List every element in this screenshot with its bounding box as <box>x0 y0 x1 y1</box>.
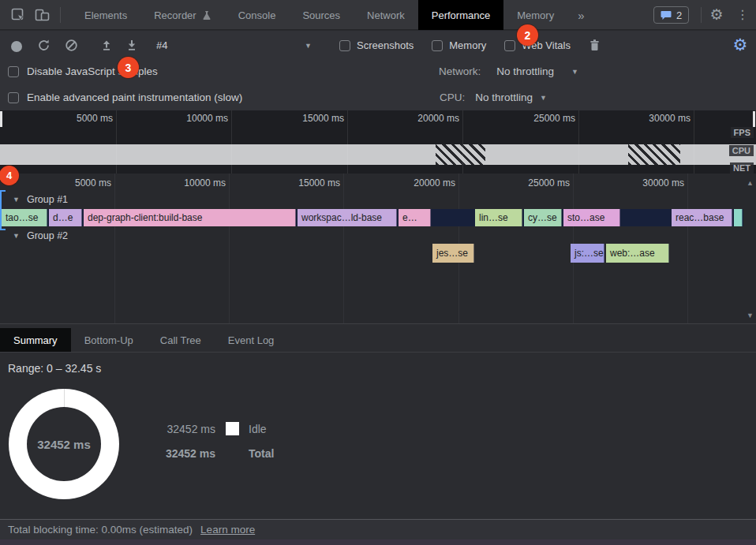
flame-bar[interactable]: lin…se <box>475 209 522 226</box>
load-profile-icon[interactable] <box>99 38 114 52</box>
tab-performance[interactable]: Performance <box>418 0 503 30</box>
learn-more-link[interactable]: Learn more <box>200 524 255 536</box>
net-lane-label: NET <box>730 162 754 174</box>
collapse-triangle-icon: ▼ <box>13 232 20 240</box>
tab-elements[interactable]: Elements <box>71 0 140 30</box>
scroll-down-icon[interactable]: ▼ <box>747 312 754 319</box>
divider <box>60 7 61 23</box>
checkbox-box[interactable] <box>432 40 443 51</box>
details-tab-event-log[interactable]: Event Log <box>215 328 288 352</box>
clear-button[interactable] <box>64 38 78 52</box>
flame-bar[interactable]: e… <box>399 209 431 226</box>
checkbox-box[interactable] <box>339 40 350 51</box>
annotation-badge-3: 3 <box>118 57 139 78</box>
summary-donut-chart: 32452 ms <box>9 389 119 499</box>
checkbox-label: Memory <box>449 39 486 51</box>
flame-bar[interactable]: workspac…ld-base <box>298 209 397 226</box>
summary-legend: 32452 msIdle32452 msTotal <box>160 422 274 471</box>
network-throttling-select[interactable]: Network: No throttling ▼ <box>439 65 578 77</box>
checkbox-box[interactable] <box>504 40 515 51</box>
console-messages-chip[interactable]: 2 <box>653 6 689 24</box>
overview-tick-label: 30000 ms <box>604 113 691 124</box>
history-select[interactable]: #4 ▼ <box>156 36 312 54</box>
tab-network[interactable]: Network <box>354 0 418 30</box>
legend-label: Idle <box>249 423 267 435</box>
trash-icon[interactable] <box>587 38 601 52</box>
flame-bar[interactable]: reac…base <box>672 209 732 226</box>
flame-bar[interactable]: dep-graph-client:build-base <box>84 209 296 226</box>
flame-selection-bracket <box>0 190 6 230</box>
checkbox-memory[interactable]: Memory <box>432 39 486 51</box>
inspect-icon[interactable] <box>10 8 26 22</box>
annotation-badge-2: 2 <box>517 24 538 46</box>
tab-label: Elements <box>84 9 127 21</box>
record-button[interactable] <box>9 39 24 54</box>
overview-tick-label: 15000 ms <box>257 113 344 124</box>
more-menu-icon[interactable]: ⋮ <box>735 8 750 22</box>
checkbox-screenshots[interactable]: Screenshots <box>339 39 414 51</box>
paint-instrumentation-row[interactable]: Enable advanced paint instrumentation (s… <box>8 91 242 103</box>
flame-bar[interactable]: jes…se <box>432 244 474 263</box>
tab-label: Memory <box>517 9 554 21</box>
flame-group-header[interactable]: ▼Group #2 <box>13 230 68 241</box>
tab-label: Performance <box>432 9 490 21</box>
flame-group-label: Group #1 <box>27 194 68 205</box>
details-tab-summary[interactable]: Summary <box>0 328 71 352</box>
flame-group-header[interactable]: ▼Group #1 <box>13 194 68 205</box>
legend-value: 32452 ms <box>160 447 215 460</box>
scroll-up-icon[interactable]: ▲ <box>747 179 754 187</box>
tab-console[interactable]: Console <box>225 0 290 30</box>
flame-bar[interactable]: d…e <box>49 209 82 226</box>
checkbox-web-vitals[interactable]: Web Vitals <box>504 39 571 51</box>
flame-bar[interactable]: tao…se <box>2 209 47 226</box>
paint-instrumentation-checkbox[interactable] <box>8 92 19 103</box>
cpu-throttling-value: No throttling <box>475 91 533 103</box>
flame-track: tao…sed…edep-graph-client:build-basework… <box>0 209 743 226</box>
overview-gridline <box>347 110 348 174</box>
flask-icon <box>202 10 211 21</box>
reload-record-button[interactable] <box>36 38 51 52</box>
details-tab-bottom-up[interactable]: Bottom-Up <box>71 328 147 352</box>
tab-sources[interactable]: Sources <box>289 0 354 30</box>
details-tabs: SummaryBottom-UpCall TreeEvent Log <box>0 328 756 353</box>
flame-tick-label: 25000 ms <box>483 177 570 189</box>
settings-gear-icon[interactable]: ⚙ <box>709 7 724 21</box>
details-panel: SummaryBottom-UpCall TreeEvent Log Range… <box>0 324 756 519</box>
tab-label: Sources <box>302 9 340 21</box>
flame-group-label: Group #2 <box>27 230 68 241</box>
divider <box>701 7 702 23</box>
flame-bar[interactable]: sto…ase <box>563 209 620 226</box>
overview-gridline <box>231 110 232 174</box>
legend-swatch <box>226 422 239 435</box>
flame-bar[interactable]: cy…se <box>524 209 562 226</box>
overview-right-handle[interactable] <box>753 111 755 127</box>
more-tabs-icon[interactable]: » <box>567 0 594 30</box>
cpu-throttling-select[interactable]: CPU: No throttling ▼ <box>440 91 547 103</box>
tab-memory[interactable]: Memory <box>503 0 567 30</box>
chevron-down-icon: ▼ <box>571 68 578 76</box>
tab-recorder[interactable]: Recorder <box>140 0 224 30</box>
capture-settings-pane: Disable JavaScript samples Enable advanc… <box>0 60 756 110</box>
disable-js-samples-checkbox[interactable] <box>8 66 19 77</box>
device-toolbar-icon[interactable] <box>34 8 50 22</box>
flame-bar[interactable]: web:…ase <box>606 244 669 263</box>
flame-chart[interactable]: ▲ ▼ 5000 ms10000 ms15000 ms20000 ms25000… <box>0 174 756 324</box>
perf-settings-gear-icon[interactable]: ⚙ <box>733 37 747 51</box>
overview-tick-label: 20000 ms <box>372 113 459 124</box>
devtools-window: ElementsRecorderConsoleSourcesNetworkPer… <box>0 0 756 545</box>
donut-total-value: 32452 ms <box>9 389 119 499</box>
overview-gridline <box>578 110 579 174</box>
save-profile-icon[interactable] <box>125 38 139 52</box>
flame-bar[interactable] <box>734 209 743 226</box>
chevron-down-icon: ▼ <box>305 42 312 50</box>
timeline-overview[interactable]: FPS CPU NET 5000 ms10000 ms15000 ms20000… <box>0 110 756 174</box>
summary-footer: Total blocking time: 0.00ms (estimated) … <box>0 519 756 539</box>
overview-left-handle[interactable] <box>0 111 2 127</box>
paint-instrumentation-label: Enable advanced paint instrumentation (s… <box>27 91 242 103</box>
overview-tick-label: 10000 ms <box>141 113 228 124</box>
details-tab-call-tree[interactable]: Call Tree <box>147 328 215 352</box>
flame-bar[interactable]: js:…se <box>571 244 604 263</box>
checkbox-label: Screenshots <box>357 39 414 51</box>
performance-toolbar: #4 ▼ ScreenshotsMemoryWeb Vitals ⚙ <box>0 31 756 60</box>
tab-label: Console <box>238 9 276 21</box>
